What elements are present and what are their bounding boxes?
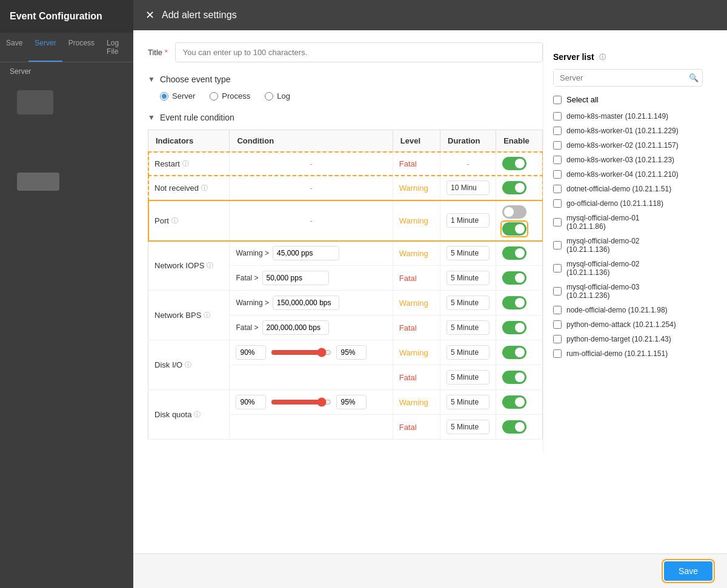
toggle-niops-f[interactable]	[502, 271, 526, 285]
sidebar-section-label: Server	[0, 62, 133, 81]
server-checkbox[interactable]	[553, 264, 562, 273]
info-icon: ⓘ	[201, 183, 208, 193]
event-type-section: ▼ Choose event type Server Process	[148, 74, 543, 101]
event-type-header[interactable]: ▼ Choose event type	[148, 74, 543, 84]
condition-input[interactable]	[262, 320, 329, 335]
server-list-panel: Server list ⓘ 🔍 Select all d	[543, 42, 712, 452]
toggle-not-received[interactable]	[502, 181, 526, 194]
list-item: demo-k8s-worker-03 (10.21.1.23)	[553, 153, 703, 167]
indicator-cell: Port ⓘ	[148, 200, 230, 241]
list-item: demo-k8s-master (10.21.1.149)	[553, 109, 703, 124]
chevron-down-icon: ▼	[148, 75, 155, 84]
server-list-header: Server list ⓘ	[553, 52, 703, 62]
list-item: demo-k8s-worker-01 (10.21.1.229)	[553, 124, 703, 138]
list-item: demo-k8s-worker-02 (10.21.1.157)	[553, 138, 703, 153]
modal: ✕ Add alert settings Title *	[133, 0, 727, 588]
table-row: Not received ⓘ - Warning 10 Minu	[148, 176, 543, 200]
server-search-box: 🔍	[553, 69, 703, 87]
title-label: Title *	[148, 48, 168, 57]
search-icon: 🔍	[685, 70, 702, 86]
radio-server[interactable]: Server	[160, 91, 195, 101]
sidebar-tab-server[interactable]: Server	[28, 33, 62, 62]
server-checkbox[interactable]	[553, 185, 562, 193]
select-all-row: Select all	[553, 93, 703, 109]
select-all-checkbox[interactable]	[553, 96, 562, 104]
server-checkbox[interactable]	[553, 218, 562, 226]
sidebar-tab-process[interactable]: Process	[62, 33, 101, 62]
list-item: rum-official-demo (10.21.1.151)	[553, 346, 703, 361]
server-checkbox[interactable]	[553, 349, 562, 358]
server-checkbox[interactable]	[553, 306, 562, 314]
slider-input-low[interactable]	[236, 395, 266, 409]
server-checkbox[interactable]	[553, 112, 562, 121]
info-icon: ⓘ	[207, 261, 213, 270]
indicator-cell: Network BPS ⓘ	[148, 291, 230, 340]
toggle-port[interactable]	[502, 205, 526, 219]
server-list: demo-k8s-master (10.21.1.149) demo-k8s-w…	[553, 109, 703, 361]
toggle-port-highlighted[interactable]	[502, 222, 526, 236]
toggle-restart[interactable]	[502, 157, 526, 170]
radio-log[interactable]: Log	[265, 91, 290, 101]
server-checkbox[interactable]	[553, 320, 562, 329]
sidebar-card-1	[17, 90, 53, 114]
select-all-label: Select all	[566, 95, 599, 104]
th-enable: Enable	[496, 130, 543, 152]
indicator-cell: Network IOPS ⓘ	[148, 241, 230, 291]
sidebar-tabs: Save Server Process Log File	[0, 33, 133, 62]
server-checkbox[interactable]	[553, 335, 562, 343]
modal-header: ✕ Add alert settings	[133, 0, 727, 30]
toggle-diskio-f[interactable]	[502, 371, 526, 384]
indicator-cell: Disk quota ⓘ	[148, 390, 230, 440]
server-search-input[interactable]	[554, 70, 685, 86]
close-icon[interactable]: ✕	[145, 8, 154, 22]
condition-input[interactable]	[273, 296, 339, 310]
condition-input[interactable]	[273, 246, 339, 260]
slider-input-high[interactable]	[336, 345, 367, 360]
toggle-nbps-w[interactable]	[502, 296, 526, 309]
info-icon: ⓘ	[182, 159, 189, 168]
radio-process[interactable]: Process	[210, 91, 250, 101]
info-icon: ⓘ	[204, 311, 210, 320]
list-item: dotnet-official-demo (10.21.1.51)	[553, 182, 703, 196]
server-checkbox[interactable]	[553, 141, 562, 150]
th-duration: Duration	[440, 130, 496, 152]
app-title: Event Configuration	[0, 0, 133, 33]
list-item: mysql-official-demo-02(10.21.1.136)	[553, 234, 703, 257]
toggle-niops-w[interactable]	[502, 246, 526, 260]
chevron-down-icon-2: ▼	[148, 113, 155, 122]
event-rule-table: Indicators Condition Level Duration Enab…	[148, 130, 543, 440]
title-input[interactable]	[175, 42, 543, 62]
toggle-nbps-f[interactable]	[502, 321, 526, 334]
th-condition: Condition	[230, 130, 393, 152]
table-row: Restart ⓘ - Fatal -	[148, 152, 543, 176]
server-checkbox[interactable]	[553, 170, 562, 179]
server-checkbox[interactable]	[553, 287, 562, 296]
server-checkbox[interactable]	[553, 156, 562, 164]
indicator-cell: Restart ⓘ	[148, 152, 230, 176]
toggle-diskquota-f[interactable]	[502, 420, 526, 434]
event-rule-header[interactable]: ▼ Event rule condition	[148, 113, 543, 122]
sidebar-tab-all[interactable]: Save	[0, 33, 28, 62]
sidebar-tab-logfile[interactable]: Log File	[101, 33, 133, 62]
condition-input[interactable]	[262, 271, 329, 285]
list-item: mysql-official-demo-01(10.21.1.86)	[553, 211, 703, 234]
server-checkbox[interactable]	[553, 199, 562, 208]
list-item: node-official-demo (10.21.1.98)	[553, 303, 703, 317]
slider-input-high[interactable]	[336, 395, 367, 409]
server-checkbox[interactable]	[553, 241, 562, 249]
disk-io-slider[interactable]	[271, 348, 331, 357]
modal-title: Add alert settings	[162, 10, 237, 21]
list-item: go-official-demo (10.21.1.118)	[553, 196, 703, 211]
slider-input-low[interactable]	[236, 345, 266, 360]
info-icon: ⓘ	[194, 410, 201, 419]
disk-quota-slider[interactable]	[271, 397, 331, 407]
server-checkbox[interactable]	[553, 127, 562, 135]
toggle-diskio-w[interactable]	[502, 346, 526, 359]
sidebar-card-2	[17, 173, 59, 191]
th-level: Level	[393, 130, 440, 152]
table-row: Port ⓘ - Warning 1 Minute	[148, 200, 543, 241]
toggle-diskquota-w[interactable]	[502, 395, 526, 409]
th-indicators: Indicators	[148, 130, 230, 152]
event-type-title: Choose event type	[160, 74, 231, 84]
save-button[interactable]: Save	[664, 561, 712, 581]
